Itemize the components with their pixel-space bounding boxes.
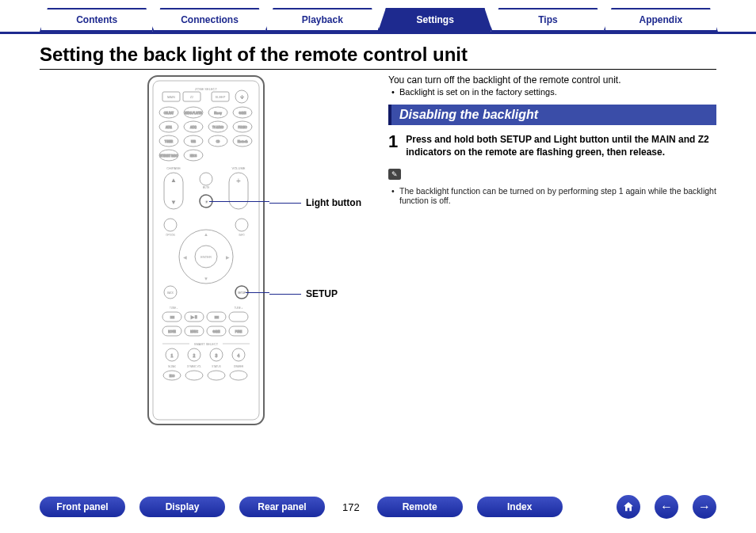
- svg-text:⏻: ⏻: [240, 94, 244, 99]
- section-header: Disabling the backlight: [388, 105, 716, 125]
- link-remote[interactable]: Remote: [377, 497, 463, 517]
- svg-text:INFO: INFO: [239, 234, 245, 237]
- step-number: 1: [388, 133, 398, 158]
- svg-text:ZONE SELECT: ZONE SELECT: [195, 87, 217, 91]
- leader-line: [246, 292, 269, 293]
- link-display[interactable]: Display: [139, 497, 225, 517]
- svg-text:+: +: [236, 177, 241, 185]
- svg-text:CH/PAGE: CH/PAGE: [166, 166, 181, 170]
- svg-text:4: 4: [238, 353, 240, 358]
- svg-text:⏮: ⏮: [170, 314, 174, 319]
- svg-text:Z2: Z2: [190, 95, 194, 99]
- svg-text:USB: USB: [191, 140, 196, 143]
- svg-text:DIMMER: DIMMER: [234, 365, 244, 368]
- svg-text:PHONO: PHONO: [238, 126, 247, 129]
- svg-text:TUNER: TUNER: [165, 140, 174, 143]
- svg-text:BACK: BACK: [167, 291, 174, 295]
- svg-text:MUTE: MUTE: [203, 186, 210, 189]
- intro-text: You can turn off the backlight of the re…: [388, 74, 716, 86]
- step-text: Press and hold both SETUP and Light butt…: [406, 133, 716, 158]
- svg-text:GAME: GAME: [239, 112, 246, 115]
- svg-text:1: 1: [171, 353, 174, 358]
- tab-playback[interactable]: Playback: [265, 8, 380, 32]
- svg-text:INTERNET RADIO: INTERNET RADIO: [159, 154, 178, 158]
- svg-text:TUNE +: TUNE +: [235, 306, 243, 310]
- svg-text:▼: ▼: [204, 276, 208, 281]
- note-bullet: The backlight function can be turned on …: [388, 186, 716, 205]
- bottom-nav: Front panel Display Rear panel 172 Remot…: [0, 495, 756, 519]
- svg-text:SMART SELECT: SMART SELECT: [194, 342, 219, 346]
- svg-text:STATUS: STATUS: [212, 365, 220, 368]
- svg-text:◀: ◀: [183, 255, 187, 260]
- svg-text:Blu-ray: Blu-ray: [214, 112, 222, 115]
- tab-appendix[interactable]: Appendix: [604, 8, 718, 32]
- svg-text:TUNE -: TUNE -: [170, 306, 178, 310]
- intro-bullet: Backlight is set on in the factory setti…: [388, 87, 716, 97]
- remote-diagram: ZONE SELECT MAIN Z2 SLEEP ⏻ CBL/SAT MEDI…: [147, 74, 265, 427]
- step-1: 1 Press and hold both SETUP and Light bu…: [388, 133, 716, 158]
- svg-text:▼: ▼: [170, 199, 177, 206]
- svg-text:OPTION: OPTION: [166, 234, 175, 237]
- prev-page-button[interactable]: ←: [655, 495, 678, 519]
- svg-text:ECO: ECO: [170, 375, 175, 378]
- svg-text:2: 2: [193, 353, 196, 358]
- svg-text:SETUP: SETUP: [238, 291, 246, 295]
- svg-text:DYNAMIC VOL: DYNAMIC VOL: [187, 365, 201, 368]
- tab-contents[interactable]: Contents: [40, 8, 154, 32]
- svg-text:▲: ▲: [204, 232, 208, 237]
- svg-text:MOVIE: MOVIE: [168, 330, 176, 333]
- link-front-panel[interactable]: Front panel: [40, 497, 125, 517]
- svg-text:▶: ▶: [226, 255, 230, 260]
- svg-text:PURE: PURE: [235, 330, 242, 333]
- tab-connections[interactable]: Connections: [152, 8, 266, 32]
- svg-text:AUX1: AUX1: [166, 126, 172, 129]
- link-index[interactable]: Index: [477, 497, 563, 517]
- page-number: 172: [339, 501, 363, 513]
- svg-text:AUX2: AUX2: [190, 126, 197, 129]
- svg-text:MUSIC: MUSIC: [190, 330, 199, 333]
- link-rear-panel[interactable]: Rear panel: [239, 497, 325, 517]
- note-icon: ✎: [388, 169, 401, 180]
- svg-text:▶⏸: ▶⏸: [191, 314, 198, 319]
- callout-setup: SETUP: [269, 288, 338, 299]
- svg-text:MAIN: MAIN: [167, 95, 175, 99]
- leader-line: [209, 201, 269, 202]
- svg-text:GAME: GAME: [213, 330, 220, 333]
- next-page-button[interactable]: →: [693, 495, 716, 519]
- tab-tips[interactable]: Tips: [491, 8, 605, 32]
- svg-text:TV AUDIO: TV AUDIO: [212, 126, 224, 129]
- svg-text:Bluetooth: Bluetooth: [238, 140, 248, 143]
- svg-text:CBL/SAT: CBL/SAT: [164, 112, 174, 115]
- top-tabs: Contents Connections Playback Settings T…: [0, 0, 756, 34]
- svg-text:3: 3: [216, 353, 218, 358]
- svg-text:ENTER: ENTER: [200, 255, 212, 259]
- page-title: Setting the back light of the remote con…: [40, 34, 716, 70]
- svg-text:HEOS: HEOS: [190, 154, 197, 158]
- svg-text:M-DAX: M-DAX: [168, 365, 176, 368]
- svg-text:▲: ▲: [170, 177, 177, 184]
- svg-text:☀: ☀: [204, 200, 208, 204]
- svg-text:⏭: ⏭: [215, 314, 219, 319]
- callout-light-button: Light button: [269, 197, 361, 208]
- tab-settings[interactable]: Settings: [378, 8, 492, 32]
- svg-text:SLEEP: SLEEP: [216, 95, 226, 99]
- svg-text:MEDIA PLAYER: MEDIA PLAYER: [185, 112, 203, 115]
- svg-text:VOLUME: VOLUME: [232, 166, 246, 170]
- home-button[interactable]: [617, 495, 640, 519]
